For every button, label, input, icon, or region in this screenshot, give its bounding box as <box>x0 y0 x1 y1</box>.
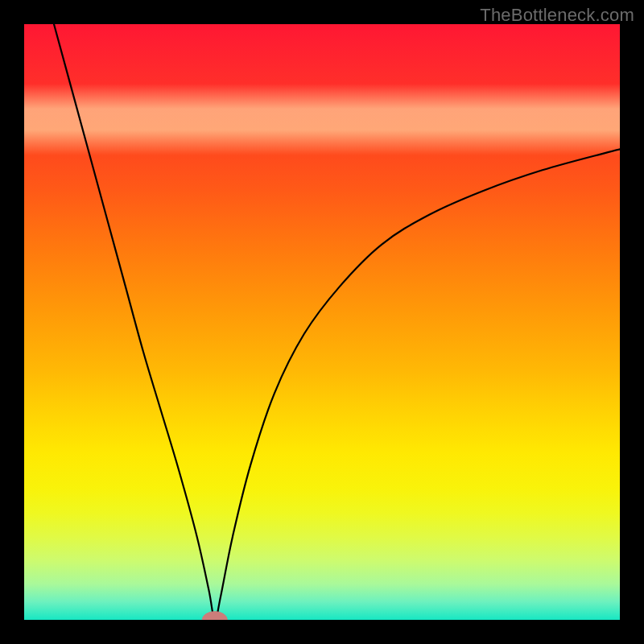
chart-container: TheBottleneck.com <box>0 0 644 644</box>
watermark-text: TheBottleneck.com <box>480 5 634 26</box>
chart-frame <box>0 0 644 644</box>
